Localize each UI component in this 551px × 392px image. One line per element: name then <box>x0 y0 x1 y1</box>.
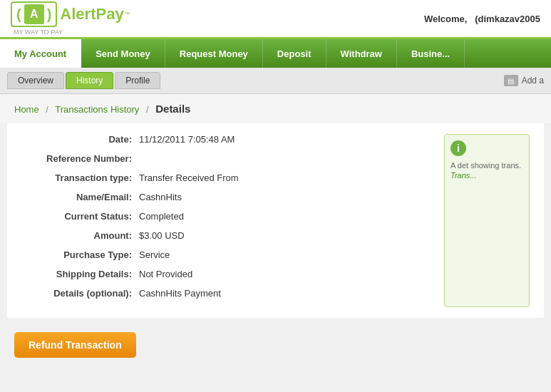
logo-area: ( A ) AlertPay ™ MY WAY TO PAY <box>11 1 130 36</box>
amount-label: Amount: <box>21 230 139 241</box>
date-label: Date: <box>21 134 139 145</box>
logo-tagline: MY WAY TO PAY <box>14 29 130 36</box>
sub-nav-tabs: Overview History Profile <box>7 72 162 89</box>
detail-row-date: Date: 11/12/2011 7:05:48 AM <box>21 134 433 145</box>
info-box: i A det showing trans. Trans... <box>444 134 530 307</box>
nav-item-business[interactable]: Busine... <box>397 39 465 68</box>
info-box-text: A det showing trans. <box>450 160 523 171</box>
breadcrumb-sep-2: / <box>146 104 149 115</box>
nav-item-request-money[interactable]: Request Money <box>165 39 263 68</box>
nav-item-deposit[interactable]: Deposit <box>263 39 326 68</box>
details-table: Date: 11/12/2011 7:05:48 AM Reference Nu… <box>21 134 433 307</box>
breadcrumb: Home / Transactions History / Details <box>0 94 551 123</box>
breadcrumb-transactions[interactable]: Transactions History <box>55 104 139 115</box>
welcome-text: Welcome, <box>424 14 467 24</box>
detail-row-name: Name/Email: CashnHits <box>21 192 433 202</box>
detail-row-type: Transaction type: Transfer Received From <box>21 172 433 183</box>
username: (dimkazav2005 <box>475 14 540 24</box>
tab-overview[interactable]: Overview <box>7 72 64 89</box>
nav-item-send-money[interactable]: Send Money <box>81 39 165 68</box>
logo-box: ( A ) <box>11 1 57 27</box>
breadcrumb-home[interactable]: Home <box>14 104 39 115</box>
detail-row-amount: Amount: $3.00 USD <box>21 230 433 241</box>
purchase-label: Purchase Type: <box>21 249 139 260</box>
logo-a-icon: A <box>24 4 44 24</box>
amount-value: $3.00 USD <box>139 230 185 241</box>
shipping-value: Not Provided <box>139 269 192 279</box>
status-value: Completed <box>139 211 184 222</box>
breadcrumb-sep-1: / <box>46 104 48 115</box>
detail-row-optional: Details (optional): CashnHits Payment <box>21 288 433 299</box>
header-welcome: Welcome, (dimkazav2005 <box>424 14 540 24</box>
breadcrumb-current: Details <box>155 103 190 115</box>
tab-profile[interactable]: Profile <box>115 72 160 89</box>
info-icon: i <box>450 140 466 156</box>
tab-history[interactable]: History <box>66 72 113 89</box>
date-value: 11/12/2011 7:05:48 AM <box>139 134 235 145</box>
info-box-italic: Trans... <box>450 171 523 180</box>
optional-label: Details (optional): <box>21 288 139 299</box>
detail-row-status: Current Status: Completed <box>21 211 433 222</box>
refund-transaction-button[interactable]: Refund Transaction <box>14 332 136 358</box>
logo-text: AlertPay <box>60 5 123 24</box>
logo-bracket-right: ) <box>47 6 52 23</box>
content-area: Date: 11/12/2011 7:05:48 AM Reference Nu… <box>7 123 544 318</box>
main-nav: My Account Send Money Request Money Depo… <box>0 39 551 68</box>
type-value: Transfer Received From <box>139 172 239 183</box>
nav-item-my-account[interactable]: My Account <box>0 39 81 68</box>
sub-nav: Overview History Profile ▤ Add a <box>0 68 551 94</box>
nav-item-withdraw[interactable]: Withdraw <box>326 39 397 68</box>
add-icon: ▤ <box>504 75 518 86</box>
name-value: CashnHits <box>139 192 182 202</box>
type-label: Transaction type: <box>21 172 139 183</box>
add-label: Add a <box>522 76 544 86</box>
logo-tm: ™ <box>124 11 130 18</box>
optional-value: CashnHits Payment <box>139 288 221 299</box>
logo-bracket-left: ( <box>16 6 21 23</box>
logo-full: ( A ) AlertPay ™ MY WAY TO PAY <box>11 1 130 36</box>
purchase-value: Service <box>139 249 170 260</box>
shipping-label: Shipping Details: <box>21 269 139 279</box>
header: ( A ) AlertPay ™ MY WAY TO PAY Welcome, … <box>0 0 551 39</box>
ref-label: Reference Number: <box>21 153 139 164</box>
detail-row-ref: Reference Number: <box>21 153 433 164</box>
sub-nav-right: ▤ Add a <box>504 75 544 86</box>
detail-row-shipping: Shipping Details: Not Provided <box>21 269 433 279</box>
status-label: Current Status: <box>21 211 139 222</box>
detail-row-purchase: Purchase Type: Service <box>21 249 433 260</box>
name-label: Name/Email: <box>21 192 139 202</box>
